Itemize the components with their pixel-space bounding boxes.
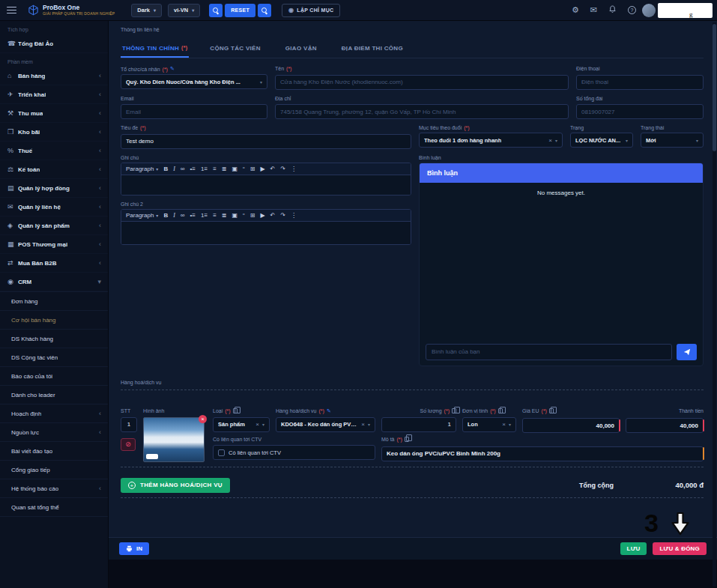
amount-input[interactable]	[626, 418, 704, 433]
theme-select[interactable]: Dark ▾	[131, 4, 162, 17]
delete-row-button[interactable]: ⊘	[121, 438, 136, 451]
locale-select[interactable]: vi-VN ▾	[168, 4, 200, 17]
redo-icon[interactable]: ↷	[280, 166, 285, 172]
bold-icon[interactable]: B	[163, 212, 168, 219]
goal-select[interactable]: Theo đuổi 1 đơn hàng nhanh × ▾	[419, 133, 563, 148]
menu-icon[interactable]	[7, 7, 16, 14]
align-left-icon[interactable]: ≡	[213, 166, 217, 172]
align-justify-icon[interactable]: ≣	[222, 166, 227, 172]
sidebar-item-thu-mua[interactable]: ⚒ Thu mua ‹	[0, 104, 108, 123]
address-input[interactable]	[275, 104, 569, 119]
index-button[interactable]: ◉ LẬP CHỈ MỤC	[282, 4, 340, 17]
sidebar-item-quan-ly-san-pham[interactable]: ◈ Quản lý sản phẩm ‹	[0, 216, 108, 235]
remove-icon[interactable]: ×	[255, 421, 259, 428]
copy-icon[interactable]	[452, 408, 456, 413]
sidebar-item-quan-sat-tong-the[interactable]: Quan sát tổng thể	[0, 498, 108, 517]
more-icon[interactable]: ⋮	[291, 212, 297, 219]
sidebar-item-ke-toan[interactable]: ⚖ Kế toán ‹	[0, 160, 108, 179]
product-image[interactable]: ×	[143, 417, 205, 462]
reset-button[interactable]: RESET	[225, 4, 255, 17]
align-left-icon[interactable]: ≡	[213, 212, 217, 219]
undo-icon[interactable]: ↶	[270, 212, 276, 219]
tab-dia-diem-thi-cong[interactable]: ĐỊA ĐIỂM THI CÔNG	[340, 41, 407, 58]
note2-editor-body[interactable]	[121, 222, 411, 244]
media-icon[interactable]: ▶	[260, 166, 264, 172]
bold-icon[interactable]: B	[163, 166, 168, 172]
image-icon[interactable]: ▣	[232, 166, 238, 172]
sidebar-item-hoach-dinh[interactable]: Hoạch định ‹	[0, 404, 108, 423]
brand-logo[interactable]: ProBox One GIẢI PHÁP QUẢN TRỊ DOANH NGHI…	[28, 4, 115, 16]
copy-icon[interactable]	[549, 408, 554, 413]
sidebar-item-bao-cao-cua-toi[interactable]: Báo cáo của tôi	[0, 367, 108, 386]
sidebar-item-quan-ly-lien-he[interactable]: ✉ Quản lý liên hệ ‹	[0, 198, 108, 216]
bullet-list-icon[interactable]: •≡	[190, 166, 196, 172]
print-button[interactable]: IN	[119, 542, 149, 555]
ctv-checkbox[interactable]	[218, 449, 225, 456]
italic-icon[interactable]: I	[173, 212, 175, 219]
sidebar-item-tong-dai-ao[interactable]: ☎ Tổng Đài Ảo	[0, 34, 108, 53]
save-close-button[interactable]: LƯU & ĐÓNG	[653, 542, 707, 555]
paragraph-style-select[interactable]: Paragraph ▾	[126, 212, 158, 219]
sidebar-item-co-hoi-ban-hang[interactable]: Cơ hội bán hàng	[0, 311, 108, 330]
org-select[interactable]: Quý. Kho Dien Nuoc/Cửa hàng Kho Điện ...…	[121, 74, 267, 89]
quote-icon[interactable]: “	[243, 212, 245, 219]
unit-select[interactable]: Lon × ▾	[462, 417, 516, 432]
scrollbar-thumb[interactable]	[713, 24, 716, 151]
sidebar-item-nguon-luc[interactable]: Nguồn lực ‹	[0, 423, 108, 442]
price-input[interactable]	[522, 418, 620, 433]
sidebar-item-ban-hang[interactable]: ⌂ Bán hàng ‹	[0, 67, 108, 85]
sidebar-item-kho-bai[interactable]: ❒ Kho bãi ‹	[0, 123, 108, 142]
email-input[interactable]	[121, 104, 267, 119]
paragraph-style-select[interactable]: Paragraph ▾	[126, 166, 158, 172]
sidebar-item-pos-thuong-mai[interactable]: ▦ POS Thương mại ‹	[0, 235, 108, 254]
table-icon[interactable]: ⊞	[250, 166, 255, 172]
sidebar-item-crm[interactable]: ◉ CRM ▾	[0, 273, 108, 291]
title-input[interactable]	[121, 134, 411, 149]
edit-icon[interactable]: ✎	[327, 408, 331, 414]
tab-cong-tac-vien[interactable]: CỘNG TÁC VIÊN	[208, 41, 264, 58]
quote-icon[interactable]: “	[243, 166, 245, 172]
item-select[interactable]: KDO648 - Keo dán ống PVC/... × ▾	[276, 417, 375, 432]
sidebar-item-trien-khai[interactable]: ✈ Triển khai ‹	[0, 85, 108, 104]
edit-icon[interactable]: ✎	[170, 66, 175, 72]
align-justify-icon[interactable]: ≣	[222, 212, 227, 219]
sidebar-item-ds-khach-hang[interactable]: DS Khách hàng	[0, 330, 108, 348]
numbered-list-icon[interactable]: 1≡	[201, 166, 208, 172]
gear-icon[interactable]: ⚙	[572, 6, 579, 14]
sidebar-item-quan-ly-hop-dong[interactable]: ▤ Quản lý hợp đồng ‹	[0, 179, 108, 198]
italic-icon[interactable]: I	[173, 166, 175, 172]
remove-icon[interactable]: ×	[548, 137, 552, 144]
media-icon[interactable]: ▶	[260, 212, 264, 219]
hotline-input[interactable]	[576, 104, 704, 119]
avatar[interactable]	[642, 4, 656, 17]
mail-icon[interactable]: ✉	[590, 6, 597, 14]
sidebar-item-danh-cho-leader[interactable]: Dành cho leader	[0, 386, 108, 404]
copy-icon[interactable]	[233, 408, 238, 413]
save-button[interactable]: LƯU	[620, 542, 647, 555]
redo-icon[interactable]: ↷	[280, 212, 285, 219]
sidebar-item-ds-cong-tac-vien[interactable]: DS Cộng tác viên	[0, 348, 108, 367]
copy-icon[interactable]	[405, 437, 409, 442]
bell-icon[interactable]	[608, 5, 617, 15]
phone-input[interactable]	[576, 75, 704, 90]
add-product-button[interactable]: + THÊM HÀNG HOÁ/DỊCH VỤ	[121, 478, 230, 493]
name-input[interactable]	[275, 75, 569, 90]
comment-input[interactable]	[426, 344, 672, 360]
more-icon[interactable]: ⋮	[291, 166, 297, 172]
tab-thong-tin-chinh[interactable]: THÔNG TIN CHÍNH (*)	[121, 41, 189, 58]
search-button[interactable]	[209, 4, 223, 17]
scrollbar-track[interactable]	[713, 22, 716, 587]
sidebar-item-bai-viet-dao-tao[interactable]: Bài viết đào tạo	[0, 442, 108, 461]
advanced-search-button[interactable]	[258, 4, 271, 17]
desc-input[interactable]	[381, 446, 704, 461]
remove-image-icon[interactable]: ×	[199, 415, 207, 423]
note-editor-body[interactable]	[121, 175, 411, 195]
copy-icon[interactable]	[498, 408, 503, 413]
sidebar-item-cong-giao-tiep[interactable]: Cổng giao tiếp	[0, 461, 108, 479]
sidebar-item-don-hang[interactable]: Đơn hàng	[0, 292, 108, 311]
help-icon[interactable]: ?	[628, 6, 636, 14]
pipeline-select[interactable]: LỌC NƯỚC AN... ▾	[570, 133, 633, 148]
sidebar-item-thue[interactable]: % Thuế ‹	[0, 142, 108, 160]
bullet-list-icon[interactable]: •≡	[190, 212, 196, 219]
table-icon[interactable]: ⊞	[250, 212, 255, 219]
